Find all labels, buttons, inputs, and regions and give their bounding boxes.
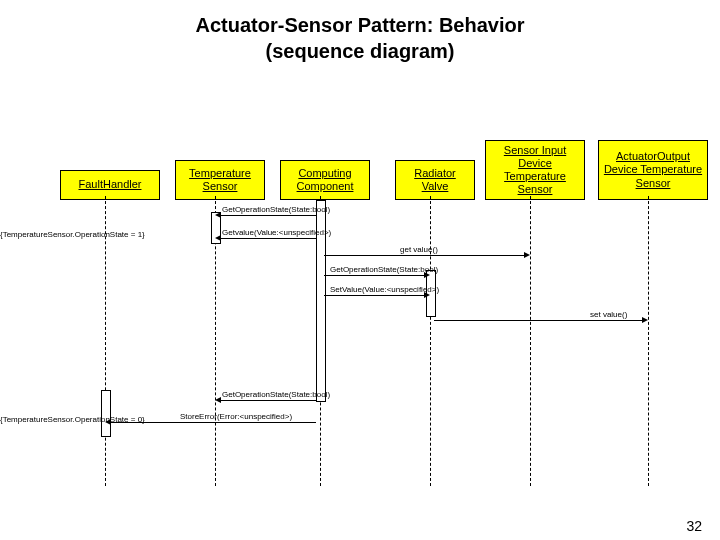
lifeline-radiator-valve: Radiator Valve [395,160,475,200]
lifeline-sensor-input-device: Sensor Input Device Temperature Sensor [485,140,585,200]
lifeline-fault-handler: FaultHandler [60,170,160,200]
message-label: GetOperationState(State:bool) [222,205,330,214]
arrow-head-icon [642,317,648,323]
sequence-diagram: FaultHandler Temperature Sensor Computin… [0,140,720,500]
message-arrow [324,275,426,276]
lifeline-dash [430,196,431,486]
message-label: StoreError(Error:<unspecified>) [180,412,292,421]
message-arrow [324,295,426,296]
page-number: 32 [686,518,702,534]
message-arrow [434,320,644,321]
lifeline-dash [648,196,649,486]
lifeline-temperature-sensor: Temperature Sensor [175,160,265,200]
message-arrow [219,215,316,216]
message-label: set value() [590,310,627,319]
arrow-head-icon [215,397,221,403]
message-label: Getvalue(Value:<unspecified>) [222,228,331,237]
message-label: GetOperationState(State:bool) [330,265,438,274]
message-label: GetOperationState(State:bool) [222,390,330,399]
message-arrow [219,400,316,401]
lifeline-computing-component: Computing Component [280,160,370,200]
activation-bar [101,390,111,437]
message-arrow [219,238,316,239]
arrow-head-icon [215,212,221,218]
arrow-head-icon [215,235,221,241]
title-line-1: Actuator-Sensor Pattern: Behavior [196,14,525,36]
arrow-head-icon [524,252,530,258]
lifeline-dash [530,196,531,486]
message-label: SetValue(Value:<unspecified>) [330,285,439,294]
message-label: get value() [400,245,438,254]
title-line-2: (sequence diagram) [266,40,455,62]
lifeline-actuator-output-device: ActuatorOutput Device Temperature Sensor [598,140,708,200]
lifeline-dash [105,196,106,486]
message-arrow [109,422,316,423]
slide-title: Actuator-Sensor Pattern: Behavior (seque… [0,12,720,64]
message-arrow [324,255,526,256]
arrow-head-icon [105,419,111,425]
guard-condition: {TemperatureSensor.OperationState = 1} [0,230,145,239]
